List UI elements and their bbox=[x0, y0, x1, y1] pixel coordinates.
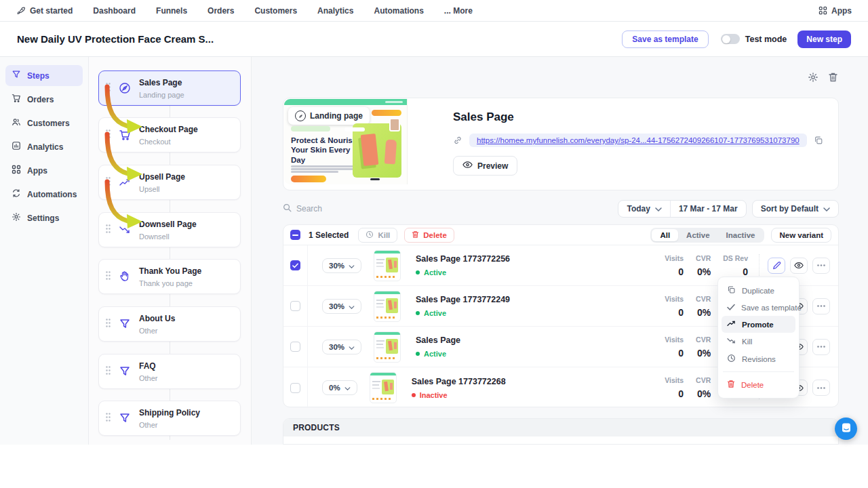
row-checkbox[interactable] bbox=[290, 383, 300, 393]
more-actions-icon[interactable] bbox=[812, 258, 830, 274]
tab-active[interactable]: Active bbox=[678, 229, 718, 241]
step-card-downsell-page[interactable]: Downsell PageDownsell bbox=[98, 212, 241, 247]
step-delete-trash-icon[interactable] bbox=[828, 72, 838, 83]
gear-icon bbox=[12, 212, 21, 224]
nav-analytics[interactable]: Analytics bbox=[317, 6, 353, 16]
more-actions-icon[interactable] bbox=[812, 339, 830, 355]
search-box[interactable] bbox=[283, 203, 618, 215]
copy-url-icon[interactable] bbox=[814, 136, 823, 145]
step-card-shipping-policy[interactable]: Shipping PolicyOther bbox=[98, 401, 241, 436]
row-checkbox[interactable] bbox=[290, 342, 300, 352]
test-mode-toggle[interactable] bbox=[721, 34, 740, 44]
preview-button[interactable]: Preview bbox=[453, 156, 517, 176]
sidebar-item-customers[interactable]: Customers bbox=[5, 113, 83, 134]
sidebar-item-steps[interactable]: Steps bbox=[5, 65, 83, 86]
grid-icon bbox=[818, 6, 827, 15]
cvr-stat: CVR0% bbox=[696, 295, 711, 318]
drag-handle-icon[interactable] bbox=[106, 176, 111, 188]
menu-item-revisions[interactable]: Revisions bbox=[722, 350, 795, 368]
traffic-percent-dropdown[interactable]: 30% bbox=[322, 258, 361, 273]
traffic-percent-dropdown[interactable]: 0% bbox=[322, 380, 357, 395]
step-card-checkout-page[interactable]: Checkout PageCheckout bbox=[98, 117, 241, 152]
variant-title[interactable]: Sales Page 1773772249 bbox=[416, 295, 510, 304]
funnel-icon bbox=[116, 409, 134, 427]
menu-item-kill[interactable]: Kill bbox=[722, 333, 795, 350]
kill-button[interactable]: Kill bbox=[358, 228, 397, 243]
drag-handle-icon[interactable] bbox=[106, 318, 111, 330]
step-summary-card: Landing page Protect & Nourish Your Skin… bbox=[283, 98, 839, 190]
drag-handle-icon[interactable] bbox=[106, 224, 111, 236]
search-input[interactable] bbox=[296, 204, 432, 214]
variant-thumbnail[interactable] bbox=[374, 250, 401, 281]
drag-handle-icon[interactable] bbox=[106, 129, 111, 141]
drag-handle-icon[interactable] bbox=[106, 82, 111, 94]
nav-customers[interactable]: Customers bbox=[254, 6, 297, 16]
step-url-link[interactable]: https://homee.myfunnelish.com/everyday/s… bbox=[469, 134, 807, 147]
chevron-down-icon bbox=[655, 204, 662, 214]
select-all-checkbox[interactable] bbox=[290, 230, 300, 240]
menu-item-promote[interactable]: Promote bbox=[722, 316, 795, 333]
step-settings-gear-icon[interactable] bbox=[808, 72, 818, 83]
traffic-percent-dropdown[interactable]: 30% bbox=[322, 340, 361, 354]
step-card-faq[interactable]: FAQOther bbox=[98, 354, 241, 389]
rocket-icon bbox=[16, 6, 26, 16]
sidebar-item-orders[interactable]: Orders bbox=[5, 89, 83, 110]
variant-thumbnail[interactable] bbox=[374, 291, 401, 322]
nav-get-started[interactable]: Get started bbox=[16, 6, 73, 16]
menu-item-duplicate[interactable]: Duplicate bbox=[722, 281, 795, 300]
sidebar-item-automations[interactable]: Automations bbox=[5, 184, 83, 205]
variant-title[interactable]: Sales Page bbox=[416, 336, 460, 345]
view-eye-icon[interactable] bbox=[790, 258, 808, 274]
tab-inactive[interactable]: Inactive bbox=[718, 229, 764, 241]
step-card-thank-you-page[interactable]: Thank You PageThank you page bbox=[98, 259, 241, 294]
step-subtitle: Checkout bbox=[139, 138, 170, 146]
sidebar-item-analytics[interactable]: Analytics bbox=[5, 136, 83, 157]
step-card-upsell-page[interactable]: Upsell PageUpsell bbox=[98, 165, 241, 200]
variant-title[interactable]: Sales Page 1773772256 bbox=[416, 254, 510, 264]
traffic-percent-dropdown[interactable]: 30% bbox=[322, 299, 361, 314]
variant-title[interactable]: Sales Page 1773772268 bbox=[412, 377, 506, 386]
menu-item-save-as-template[interactable]: Save as template bbox=[722, 300, 795, 316]
cart-icon bbox=[116, 126, 134, 144]
new-variant-button[interactable]: New variant bbox=[771, 228, 831, 243]
step-card-about-us[interactable]: About UsOther bbox=[98, 306, 241, 342]
trend-down-icon bbox=[727, 337, 736, 346]
sort-dropdown[interactable]: Sort by Default bbox=[752, 200, 839, 218]
save-as-template-button[interactable]: Save as template bbox=[622, 30, 708, 48]
selected-count: 1 Selected bbox=[309, 230, 349, 240]
more-actions-icon[interactable] bbox=[812, 380, 830, 396]
cvr-stat: CVR0% bbox=[696, 254, 711, 277]
date-preset-dropdown[interactable]: Today bbox=[618, 201, 669, 217]
nav-apps[interactable]: Apps bbox=[818, 6, 852, 16]
drag-handle-icon[interactable] bbox=[106, 270, 111, 283]
drag-handle-icon[interactable] bbox=[106, 365, 111, 378]
step-card-sales-page[interactable]: Sales PageLanding page bbox=[98, 70, 241, 106]
more-actions-icon[interactable] bbox=[812, 298, 830, 314]
nav-more[interactable]: ... More bbox=[444, 6, 473, 16]
status-badge: Active bbox=[416, 309, 510, 317]
variant-thumbnail[interactable] bbox=[370, 372, 397, 403]
history-clock-icon bbox=[727, 354, 736, 364]
date-range-button[interactable]: 17 Mar - 17 Mar bbox=[670, 201, 746, 217]
landing-page-thumbnail[interactable]: Landing page Protect & Nourish Your Skin… bbox=[284, 99, 408, 184]
trend-down-icon bbox=[116, 221, 134, 239]
sidebar-item-apps[interactable]: Apps bbox=[5, 160, 83, 181]
tab-all[interactable]: All bbox=[652, 229, 678, 241]
menu-item-delete[interactable]: Delete bbox=[722, 375, 795, 394]
products-section: PRODUCTS bbox=[283, 418, 839, 445]
trend-up-icon bbox=[116, 174, 134, 191]
nav-automations[interactable]: Automations bbox=[374, 6, 423, 16]
edit-pencil-icon[interactable] bbox=[768, 258, 785, 274]
nav-orders[interactable]: Orders bbox=[208, 6, 234, 16]
variant-thumbnail[interactable] bbox=[374, 331, 401, 363]
chat-launcher-button[interactable] bbox=[835, 418, 857, 440]
row-checkbox[interactable] bbox=[290, 301, 300, 311]
new-step-button[interactable]: New step bbox=[797, 30, 851, 48]
nav-funnels[interactable]: Funnels bbox=[156, 6, 187, 16]
delete-button[interactable]: Delete bbox=[404, 228, 454, 243]
sidebar-item-settings[interactable]: Settings bbox=[5, 207, 83, 228]
row-checkbox[interactable] bbox=[290, 260, 300, 270]
step-subtitle: Upsell bbox=[139, 185, 160, 193]
nav-dashboard[interactable]: Dashboard bbox=[93, 6, 136, 16]
drag-handle-icon[interactable] bbox=[106, 412, 111, 424]
